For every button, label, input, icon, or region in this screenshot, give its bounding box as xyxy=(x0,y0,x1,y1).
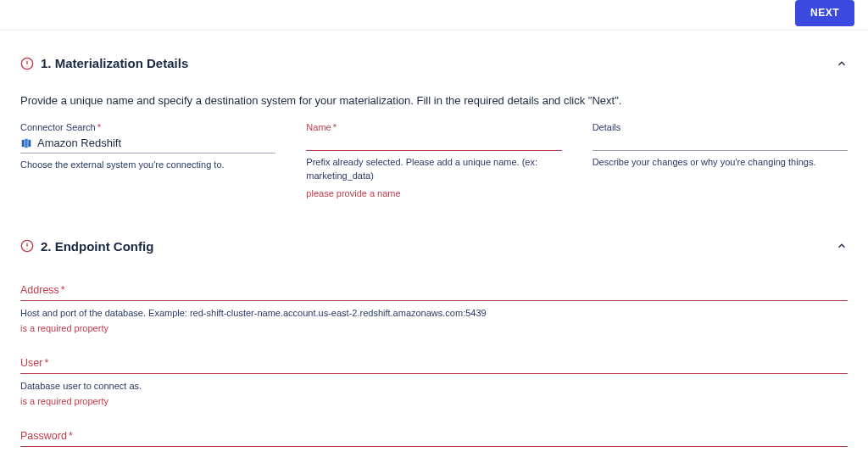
section2-title-wrap: 2. Endpoint Config xyxy=(20,239,153,254)
top-bar: NEXT xyxy=(0,0,868,31)
section-materialization-details: 1. Materialization Details Provide a uni… xyxy=(20,56,848,198)
connector-value: Amazon Redshift xyxy=(37,137,121,149)
alert-circle-icon xyxy=(20,239,34,253)
amazon-redshift-icon xyxy=(20,137,32,149)
section-title-1: 1. Materialization Details xyxy=(41,56,188,70)
chevron-up-icon[interactable] xyxy=(836,240,848,252)
user-help: Database user to connect as. xyxy=(20,381,848,391)
main-content: 1. Materialization Details Provide a uni… xyxy=(0,56,868,452)
svg-rect-5 xyxy=(28,139,31,146)
address-help: Host and port of the database. Example: … xyxy=(20,308,848,318)
address-field-group: Address* Host and port of the database. … xyxy=(20,284,848,333)
details-label: Details xyxy=(593,122,848,132)
password-label: Password* xyxy=(20,430,848,442)
connector-field-group: Connector Search* Amazon Redshift Choose… xyxy=(20,122,275,172)
user-error: is a required property xyxy=(20,396,848,406)
fields-row: Connector Search* Amazon Redshift Choose… xyxy=(20,122,848,198)
name-label: Name* xyxy=(306,122,561,132)
chevron-up-icon[interactable] xyxy=(836,58,848,70)
password-field-group: Password* xyxy=(20,430,848,447)
section-header: 1. Materialization Details xyxy=(20,56,848,70)
alert-circle-icon xyxy=(20,57,34,70)
section2-header: 2. Endpoint Config xyxy=(20,239,848,254)
section-description: Provide a unique name and specify a dest… xyxy=(20,94,848,107)
address-error: is a required property xyxy=(20,323,848,333)
password-input[interactable] xyxy=(20,444,848,447)
svg-point-8 xyxy=(26,248,27,249)
details-field-group: Details Describe your changes or why you… xyxy=(593,122,848,170)
name-error: please provide a name xyxy=(306,188,561,198)
svg-rect-3 xyxy=(22,139,25,146)
user-label: User* xyxy=(20,357,848,369)
section-endpoint-config: 2. Endpoint Config Address* Host and por… xyxy=(20,239,848,447)
name-help: Prefix already selected. Please add a un… xyxy=(306,156,561,183)
details-input[interactable] xyxy=(593,134,848,151)
svg-rect-4 xyxy=(25,138,28,148)
connector-label: Connector Search* xyxy=(20,122,275,132)
connector-help: Choose the external system you're connec… xyxy=(20,159,275,172)
details-help: Describe your changes or why you're chan… xyxy=(593,156,848,170)
next-button[interactable]: NEXT xyxy=(795,0,854,26)
user-field-group: User* Database user to connect as. is a … xyxy=(20,357,848,406)
name-field-group: Name* Prefix already selected. Please ad… xyxy=(306,122,561,198)
user-input[interactable] xyxy=(20,371,848,374)
section-title-wrap: 1. Materialization Details xyxy=(20,56,188,70)
svg-point-2 xyxy=(26,65,27,66)
name-input[interactable] xyxy=(306,134,561,151)
connector-search-input[interactable]: Amazon Redshift xyxy=(20,134,275,153)
address-label: Address* xyxy=(20,284,848,296)
address-input[interactable] xyxy=(20,298,848,301)
section-title-2: 2. Endpoint Config xyxy=(41,239,153,254)
